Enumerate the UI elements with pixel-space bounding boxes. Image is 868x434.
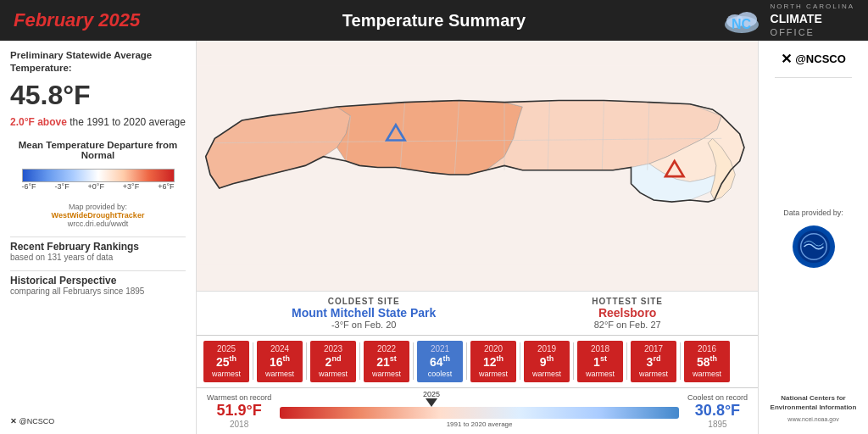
anomaly-value: 2.0°F above <box>10 116 67 128</box>
hist-coolest-val: 30.8°F <box>687 402 748 420</box>
divider <box>775 77 851 78</box>
twitter-bottom: ✕ @NCSCO <box>10 417 186 426</box>
rankings-sublabel: based on 131 years of data <box>10 253 186 262</box>
logo-office: OFFICE <box>771 26 854 38</box>
rank-year: 2017 <box>636 344 671 354</box>
rank-divider <box>413 342 414 380</box>
rank-year: 2023 <box>315 344 351 354</box>
rank-year: 2016 <box>689 344 725 354</box>
header: February 2025 Temperature Summary NC NOR… <box>0 0 868 41</box>
legend-label-2: -3°F <box>55 182 70 191</box>
coldest-site: COLDEST SITE Mount Mitchell State Park -… <box>292 297 436 330</box>
avg-temp-label: Preliminary Statewide Average Temperatur… <box>10 49 186 75</box>
rank-label: warmest <box>582 370 618 379</box>
hist-coolest-label: Coolest on record <box>687 393 748 402</box>
hist-coolest-year: 1895 <box>687 420 748 429</box>
rank-num: 2nd <box>326 355 342 369</box>
rank-num: 9th <box>540 355 554 369</box>
map-credit: Map provided by: WestWideDroughtTracker … <box>10 203 186 228</box>
twitter-area: ✕ @NCSCO <box>781 51 846 67</box>
rank-cell-2018: 20181stwarmest <box>577 341 623 382</box>
rank-label: warmest <box>262 370 298 379</box>
rank-divider <box>359 342 360 380</box>
rank-cell-2022: 202221stwarmest <box>364 341 409 382</box>
rankings-section-left: Recent February Rankings based on 131 ye… <box>10 236 186 262</box>
rank-year: 2019 <box>529 344 565 354</box>
twitter-x-icon: ✕ <box>10 417 19 426</box>
rank-divider <box>466 342 467 380</box>
twitter-handle: @NCSCO <box>19 417 55 426</box>
map-credit-link: WestWideDroughtTracker <box>10 211 186 220</box>
legend-title: Mean Temperature Departure from Normal <box>10 140 186 160</box>
rank-cell-2019: 20199thwarmest <box>524 341 570 382</box>
coldest-site-type: COLDEST SITE <box>292 297 436 306</box>
map-credit-url: wrcc.dri.edu/wwdt <box>10 220 186 228</box>
historical-section-left: Historical Perspective comparing all Feb… <box>10 270 186 296</box>
rank-label: warmest <box>369 370 404 379</box>
map-central <box>337 100 523 175</box>
hist-avg-label: 1991 to 2020 average <box>447 420 513 428</box>
x-icon: ✕ <box>781 51 792 67</box>
map-credit-line1: Map provided by: <box>10 203 186 211</box>
legend-label-3: +0°F <box>88 182 104 191</box>
rank-cell-2020: 202012thwarmest <box>470 341 516 382</box>
rank-divider <box>626 342 627 380</box>
rank-divider <box>520 342 520 380</box>
hist-warmest-val: 51.9°F <box>207 402 271 420</box>
data-credit-detail: National Centers for Environmental Infor… <box>765 394 861 424</box>
subtitle-label: Temperature Summary <box>224 11 644 31</box>
rank-cell-2023: 20232ndwarmest <box>310 341 356 382</box>
logo-climate: CLIMATE <box>771 11 854 26</box>
hottest-site-name: Reelsboro <box>592 306 663 320</box>
rank-num: 16th <box>270 355 290 369</box>
color-bar-container: -6°F -3°F +0°F +3°F +6°F <box>10 169 186 191</box>
hist-warmest-label: Warmest on record <box>207 393 271 402</box>
hottest-site-detail: 82°F on Feb. 27 <box>592 320 663 330</box>
hist-warmest: Warmest on record 51.9°F 2018 <box>207 393 271 429</box>
month-year-label: February 2025 <box>14 9 140 31</box>
rank-label: warmest <box>315 370 351 379</box>
noaa-logo <box>793 225 835 268</box>
rank-cell-2016: 201658thwarmest <box>684 341 730 382</box>
data-credit-url: www.ncei.noaa.gov <box>765 415 861 424</box>
rank-cell-2021: 202164thcoolest <box>417 341 463 382</box>
coldest-site-detail: -3°F on Feb. 20 <box>292 320 436 330</box>
rank-label: warmest <box>209 370 244 379</box>
rank-year: 2025 <box>209 344 244 354</box>
color-bar-labels: -6°F -3°F +0°F +3°F +6°F <box>22 182 175 191</box>
rank-cell-2025: 202525thwarmest <box>203 341 249 382</box>
hist-bar-gradient <box>280 407 679 419</box>
legend-label-4: +3°F <box>123 182 139 191</box>
hist-marker-label: 2025 <box>423 390 440 398</box>
right-panel: ✕ @NCSCO Data provided by: National Cent… <box>758 41 868 434</box>
page-title: February 2025 <box>14 9 224 31</box>
rank-cell-2017: 20173rdwarmest <box>631 341 676 382</box>
avg-temp-anomaly: 2.0°F above the 1991 to 2020 average <box>10 116 186 128</box>
rank-num: 21st <box>376 355 397 369</box>
rank-year: 2021 <box>422 344 458 354</box>
color-bar <box>22 169 175 182</box>
rankings-bar: 202525thwarmest202416thwarmest20232ndwar… <box>197 335 758 387</box>
logo-text: NORTH CAROLINA CLIMATE OFFICE <box>771 3 854 39</box>
legend-label-5: +6°F <box>158 182 174 191</box>
rank-num: 12th <box>483 355 504 369</box>
data-credit-ncei: National Centers for Environmental Infor… <box>765 394 861 412</box>
hist-avg-area: 1991 to 2020 average <box>280 419 679 432</box>
rank-num: 58th <box>697 355 717 369</box>
legend-label-1: -6°F <box>22 182 36 191</box>
rank-divider <box>573 342 574 380</box>
rank-label: warmest <box>689 370 725 379</box>
anomaly-text: the 1991 to 2020 average <box>70 116 186 128</box>
cloud-icon: NC <box>720 4 764 36</box>
data-credit: Data provided by: <box>783 208 843 219</box>
left-panel: Preliminary Statewide Average Temperatur… <box>0 41 197 434</box>
rank-divider <box>680 342 681 380</box>
site-labels: COLDEST SITE Mount Mitchell State Park -… <box>197 291 758 335</box>
rank-divider <box>306 342 307 380</box>
avg-temp-value: 45.8°F <box>10 80 186 111</box>
logo-area: NC NORTH CAROLINA CLIMATE OFFICE <box>644 3 854 39</box>
rank-year: 2018 <box>582 344 618 354</box>
rankings-label: Recent February Rankings <box>10 241 186 253</box>
rank-label: coolest <box>422 370 458 379</box>
main-content: Preliminary Statewide Average Temperatur… <box>0 41 868 434</box>
